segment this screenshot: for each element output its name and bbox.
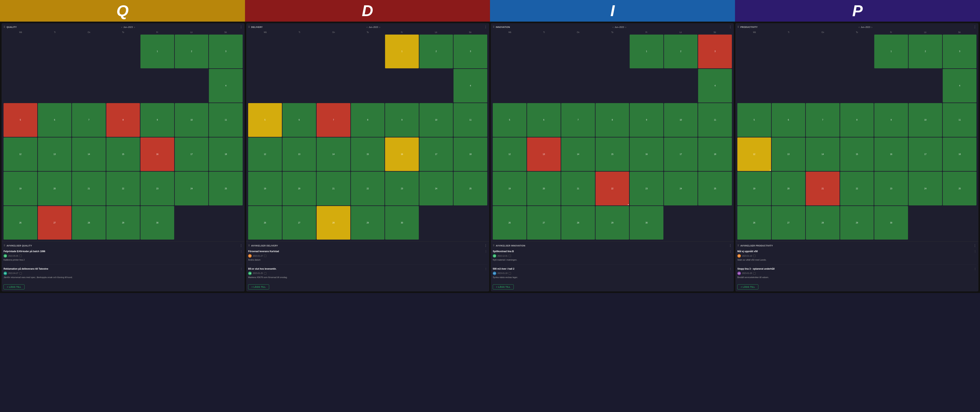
- cal-day[interactable]: 13: [527, 137, 561, 171]
- cal-day[interactable]: 27: [38, 206, 72, 240]
- cal-day[interactable]: 3: [453, 35, 487, 68]
- cal-day[interactable]: 20: [282, 172, 316, 205]
- next-month-productivity[interactable]: ›: [871, 26, 872, 29]
- next-month-innovation[interactable]: ›: [625, 26, 626, 29]
- cal-day[interactable]: 30: [874, 206, 908, 240]
- cal-day[interactable]: 10: [908, 103, 942, 137]
- cal-day[interactable]: 7: [806, 103, 840, 137]
- cal-day[interactable]: 17: [908, 137, 942, 171]
- cal-day[interactable]: 12: [248, 137, 282, 171]
- cal-day[interactable]: 7: [561, 103, 595, 137]
- cal-day[interactable]: 28: [72, 206, 106, 240]
- cal-day[interactable]: 29: [106, 206, 140, 240]
- cal-day[interactable]: 26: [3, 206, 37, 240]
- cal-day[interactable]: 3: [209, 35, 243, 68]
- cal-day[interactable]: 2: [419, 35, 453, 68]
- cal-day[interactable]: 1: [874, 35, 908, 68]
- cal-day[interactable]: 23: [874, 172, 908, 205]
- cal-day[interactable]: 7: [317, 103, 350, 137]
- item-more[interactable]: ⋮: [974, 250, 977, 253]
- cal-day[interactable]: 3: [943, 35, 977, 68]
- cal-day[interactable]: 16: [630, 137, 663, 171]
- cal-day[interactable]: 23: [140, 172, 174, 205]
- cal-day[interactable]: 16: [874, 137, 908, 171]
- cal-day[interactable]: 27: [772, 206, 805, 240]
- more-quality[interactable]: ⋮: [240, 25, 243, 29]
- cal-day[interactable]: 6: [527, 103, 561, 137]
- cal-day[interactable]: 8: [840, 103, 874, 137]
- cal-day[interactable]: 4: [698, 69, 732, 103]
- cal-day[interactable]: 1: [630, 35, 663, 68]
- cal-day[interactable]: 19: [3, 172, 37, 205]
- item-more[interactable]: ⋮: [240, 267, 243, 270]
- checkbox[interactable]: [753, 272, 756, 275]
- cal-day[interactable]: 11: [943, 103, 977, 137]
- cal-day[interactable]: 28: [317, 206, 350, 240]
- item-more[interactable]: ⋮: [485, 267, 487, 270]
- cal-day[interactable]: 23: [385, 172, 419, 205]
- cal-day[interactable]: 22: [595, 172, 629, 205]
- cal-day[interactable]: 6: [772, 103, 805, 137]
- cal-day[interactable]: 5: [737, 103, 771, 137]
- prev-month-quality[interactable]: ‹: [121, 26, 122, 29]
- cal-day[interactable]: 15: [595, 137, 629, 171]
- cal-day[interactable]: 10: [664, 103, 698, 137]
- more-avvik-quality[interactable]: ⋮: [240, 244, 243, 248]
- cal-day[interactable]: 25: [453, 172, 487, 205]
- cal-day[interactable]: 8: [106, 103, 140, 137]
- cal-day[interactable]: 6: [38, 103, 72, 137]
- cal-day[interactable]: 3: [698, 35, 732, 68]
- cal-day[interactable]: 18: [943, 137, 977, 171]
- prev-month-innovation[interactable]: ‹: [612, 26, 614, 29]
- cal-day[interactable]: 23: [630, 172, 663, 205]
- cal-day[interactable]: 28: [806, 206, 840, 240]
- cal-day[interactable]: 9: [630, 103, 663, 137]
- cal-day[interactable]: 30: [385, 206, 419, 240]
- cal-day[interactable]: 11: [698, 103, 732, 137]
- cal-day[interactable]: 13: [772, 137, 805, 171]
- cal-day[interactable]: 26: [248, 206, 282, 240]
- cal-day[interactable]: 24: [419, 172, 453, 205]
- cal-day[interactable]: 27: [527, 206, 561, 240]
- cal-day[interactable]: 15: [351, 137, 385, 171]
- item-more[interactable]: ⋮: [974, 267, 977, 270]
- cal-day[interactable]: 21: [317, 172, 350, 205]
- checkbox[interactable]: [753, 255, 756, 257]
- cal-day[interactable]: 17: [175, 137, 208, 171]
- cal-day[interactable]: 6: [282, 103, 316, 137]
- cal-day[interactable]: 15: [106, 137, 140, 171]
- cal-day[interactable]: 17: [419, 137, 453, 171]
- cal-day[interactable]: 19: [248, 172, 282, 205]
- cal-day[interactable]: 1: [140, 35, 174, 68]
- cal-day[interactable]: 25: [698, 172, 732, 205]
- cal-day[interactable]: 5: [248, 103, 282, 137]
- checkbox[interactable]: [509, 272, 511, 275]
- next-month-quality[interactable]: ›: [134, 26, 135, 29]
- cal-day[interactable]: 25: [209, 172, 243, 205]
- cal-day[interactable]: 14: [72, 137, 106, 171]
- cal-day[interactable]: 14: [317, 137, 350, 171]
- cal-day[interactable]: 2: [908, 35, 942, 68]
- cal-day[interactable]: 21: [806, 172, 840, 205]
- cal-day[interactable]: 14: [806, 137, 840, 171]
- cal-day[interactable]: 26: [493, 206, 527, 240]
- cal-day[interactable]: 24: [908, 172, 942, 205]
- more-avvik-delivery[interactable]: ⋮: [484, 244, 487, 248]
- add-innovation-button[interactable]: + LÄGG TILL: [493, 284, 514, 289]
- cal-day[interactable]: 10: [419, 103, 453, 137]
- cal-day[interactable]: 16: [385, 137, 419, 171]
- cal-day[interactable]: 13: [38, 137, 72, 171]
- cal-day[interactable]: 20: [772, 172, 805, 205]
- checkbox[interactable]: [264, 272, 266, 275]
- cal-day[interactable]: 26: [737, 206, 771, 240]
- item-more[interactable]: ⋮: [729, 250, 732, 253]
- cal-day[interactable]: 11: [453, 103, 487, 137]
- cal-day[interactable]: 10: [175, 103, 208, 137]
- cal-day[interactable]: 24: [664, 172, 698, 205]
- cal-day[interactable]: 4: [453, 69, 487, 103]
- cal-day[interactable]: 30: [630, 206, 663, 240]
- cal-day[interactable]: 5: [493, 103, 527, 137]
- next-month-delivery[interactable]: ›: [379, 26, 380, 29]
- more-avvik-innovation[interactable]: ⋮: [729, 244, 732, 248]
- prev-month-delivery[interactable]: ‹: [367, 26, 368, 29]
